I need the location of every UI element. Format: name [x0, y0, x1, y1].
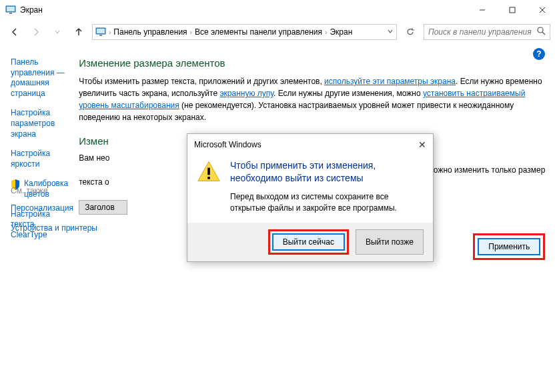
- logout-now-button[interactable]: Выйти сейчас: [272, 233, 345, 251]
- chevron-right-icon: ›: [325, 29, 327, 36]
- logout-later-button[interactable]: Выйти позже: [356, 229, 424, 255]
- close-button[interactable]: [527, 0, 557, 20]
- svg-rect-2: [9, 13, 12, 14]
- window-title: Экран: [20, 5, 467, 15]
- page-heading: Изменение размера элементов: [79, 57, 545, 69]
- dialog-title: Microsoft Windows: [194, 140, 261, 149]
- nav-recent[interactable]: [49, 24, 65, 40]
- sidebar-item-home[interactable]: Панель управления — домашняя страница: [11, 57, 68, 99]
- titlebar: Экран: [0, 0, 557, 20]
- font-element-dropdown[interactable]: Заголов: [79, 200, 127, 215]
- dialog-button-row: Выйти сейчас Выйти позже: [187, 223, 433, 261]
- svg-rect-4: [510, 7, 515, 13]
- breadcrumb-item[interactable]: Панель управления: [113, 27, 187, 37]
- dialog-close-button[interactable]: ✕: [418, 139, 426, 150]
- dialog: Microsoft Windows ✕ Чтобы применить эти …: [187, 133, 434, 262]
- breadcrumb-item[interactable]: Все элементы панели управления: [195, 27, 322, 37]
- chevron-right-icon: ›: [190, 29, 192, 36]
- link-magnifier[interactable]: экранную лупу: [219, 89, 273, 98]
- search-input[interactable]: [428, 27, 537, 37]
- breadcrumb-item[interactable]: Экран: [330, 27, 352, 37]
- sidebar-item-display-settings[interactable]: Настройка параметров экрана: [11, 108, 68, 139]
- monitor-icon: [5, 5, 16, 15]
- search-icon[interactable]: [537, 27, 546, 37]
- link-display-params[interactable]: используйте эти параметры экрана: [324, 77, 456, 86]
- svg-rect-9: [99, 35, 102, 36]
- warning-icon: [197, 159, 221, 183]
- nav-back[interactable]: [7, 24, 23, 40]
- chevron-right-icon: ›: [109, 29, 111, 36]
- search-box[interactable]: [424, 24, 550, 40]
- svg-line-11: [542, 32, 545, 35]
- minimize-button[interactable]: [467, 0, 497, 20]
- apply-button[interactable]: Применить: [478, 238, 540, 255]
- sidebar: Панель управления — домашняя страница На…: [0, 51, 79, 256]
- address-bar[interactable]: › Панель управления › Все элементы панел…: [92, 24, 397, 40]
- monitor-icon: [95, 27, 106, 37]
- sidebar-item-brightness[interactable]: Настройка яркости: [11, 149, 68, 169]
- dialog-body: Чтобы применить эти изменения, необходим…: [187, 155, 433, 223]
- svg-rect-8: [97, 29, 105, 33]
- apply-highlight: Применить: [473, 233, 545, 260]
- svg-rect-12: [207, 168, 210, 175]
- svg-rect-13: [207, 177, 210, 179]
- dialog-text: Перед выходом из системы сохраните все о…: [230, 191, 424, 214]
- window-controls: [467, 0, 557, 20]
- navbar: › Панель управления › Все элементы панел…: [0, 20, 557, 44]
- dialog-heading: Чтобы применить эти изменения, необходим…: [230, 159, 424, 185]
- logout-now-highlight: Выйти сейчас: [268, 229, 349, 255]
- chevron-down-icon[interactable]: [387, 27, 394, 37]
- nav-forward[interactable]: [28, 24, 44, 40]
- svg-point-10: [538, 27, 543, 33]
- maximize-button[interactable]: [497, 0, 527, 20]
- intro-paragraph: Чтобы изменить размер текста, приложений…: [79, 75, 545, 123]
- nav-up[interactable]: [71, 24, 87, 40]
- svg-rect-1: [7, 7, 15, 11]
- dialog-titlebar: Microsoft Windows ✕: [187, 134, 433, 155]
- refresh-button[interactable]: [402, 24, 418, 40]
